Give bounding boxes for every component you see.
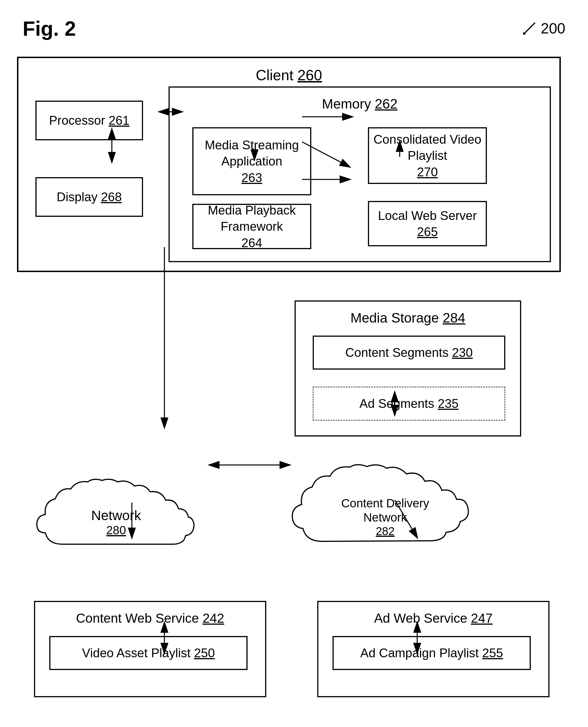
processor-text: Processor 261 [49, 112, 129, 128]
content-web-service-box: Content Web Service 242 Video Asset Play… [34, 601, 266, 697]
client-box: Client 260 Processor 261 Display 268 Mem… [17, 57, 561, 272]
arrow-icon [521, 20, 538, 37]
content-segments-text: Content Segments 230 [345, 344, 473, 361]
ad-campaign-playlist-text: Ad Campaign Playlist 255 [360, 645, 503, 661]
display-text: Display 268 [57, 189, 122, 205]
cdn-cloud-svg: Content Delivery Network 282 [289, 462, 482, 558]
svg-text:Network: Network [91, 508, 141, 523]
ad-segments-text: Ad Segments 235 [359, 396, 459, 411]
client-label: Client 260 [256, 67, 322, 84]
svg-line-0 [524, 23, 535, 34]
media-storage-label: Media Storage 284 [350, 310, 465, 326]
cdn-cloud: Content Delivery Network 282 [289, 462, 482, 558]
ad-web-service-label: Ad Web Service 247 [374, 610, 493, 626]
svg-text:Network: Network [363, 511, 407, 524]
content-segments-box: Content Segments 230 [313, 336, 505, 369]
consolidated-video-box: Consolidated Video Playlist270 [368, 127, 487, 184]
consolidated-video-text: Consolidated Video Playlist270 [369, 131, 486, 180]
content-web-service-label: Content Web Service 242 [76, 610, 224, 626]
local-web-server-box: Local Web Server265 [368, 201, 487, 246]
diagram: Client 260 Processor 261 Display 268 Mem… [17, 57, 572, 703]
svg-text:282: 282 [376, 525, 395, 538]
processor-box: Processor 261 [36, 101, 143, 140]
media-storage-box: Media Storage 284 Content Segments 230 A… [295, 300, 521, 437]
ad-campaign-playlist-box: Ad Campaign Playlist 255 [333, 636, 531, 670]
memory-box: Memory 262 Media Streaming Application26… [169, 86, 551, 262]
video-asset-playlist-text: Video Asset Playlist 250 [82, 645, 215, 661]
network-cloud: Network 280 [34, 476, 198, 561]
video-asset-playlist-box: Video Asset Playlist 250 [49, 636, 248, 670]
network-cloud-svg: Network 280 [34, 476, 198, 561]
ad-segments-box: Ad Segments 235 [313, 387, 505, 421]
figure-label: Fig. 2 [23, 17, 76, 40]
media-streaming-text: Media Streaming Application263 [193, 137, 310, 186]
media-streaming-box: Media Streaming Application263 [192, 127, 311, 195]
ad-web-service-box: Ad Web Service 247 Ad Campaign Playlist … [317, 601, 549, 697]
media-playback-box: Media Playback Framework264 [192, 204, 311, 249]
svg-text:280: 280 [106, 524, 126, 537]
media-playback-text: Media Playback Framework264 [193, 202, 310, 251]
local-web-server-text: Local Web Server265 [378, 207, 477, 240]
figure-number: 200 [521, 20, 565, 37]
memory-label: Memory 262 [322, 96, 398, 112]
svg-text:Content Delivery: Content Delivery [341, 497, 429, 510]
display-box: Display 268 [36, 177, 143, 217]
